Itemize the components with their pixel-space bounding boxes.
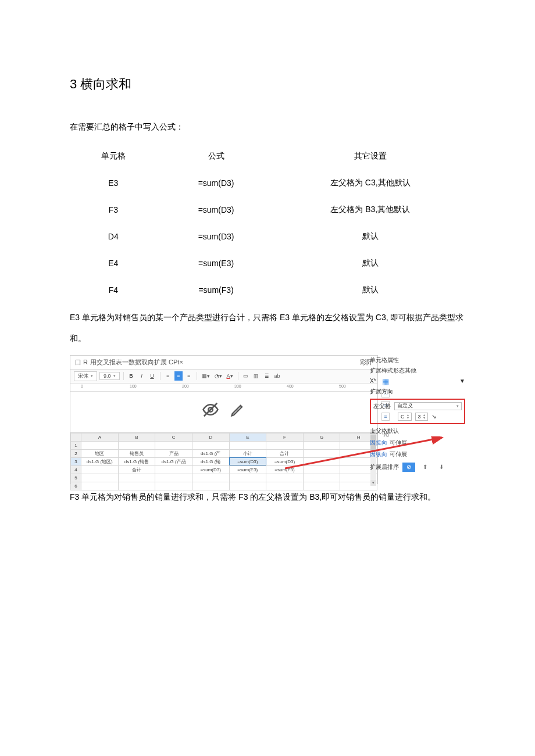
- cell[interactable]: 销售员: [118, 449, 155, 457]
- cell[interactable]: =sum(F3): [266, 465, 304, 474]
- font-color-button[interactable]: A▾: [226, 371, 234, 381]
- cell[interactable]: [266, 482, 304, 490]
- align-left-button[interactable]: ≡: [164, 371, 172, 381]
- cell[interactable]: =sum(D3): [192, 465, 229, 474]
- col-header[interactable]: C: [155, 433, 192, 441]
- border-button[interactable]: ▦▾: [201, 371, 211, 381]
- col-header[interactable]: G: [303, 433, 340, 441]
- cell[interactable]: ds1.G (产: [192, 449, 229, 457]
- target-icon[interactable]: ↘: [431, 413, 436, 420]
- col-header[interactable]: D: [192, 433, 229, 441]
- cell[interactable]: 合计: [118, 465, 155, 474]
- cell[interactable]: [118, 482, 155, 490]
- grid[interactable]: A B C D E F G H 1: [70, 432, 377, 490]
- merge-button[interactable]: ▭: [242, 371, 250, 381]
- left-parent-col-input[interactable]: C ▴▾: [398, 413, 412, 421]
- cell-selected[interactable]: =sum(D3): [229, 457, 266, 465]
- cell[interactable]: [155, 474, 192, 482]
- cell[interactable]: [155, 465, 192, 474]
- cell[interactable]: [266, 474, 304, 482]
- chevron-down-icon: ▾: [91, 374, 93, 378]
- cell[interactable]: [229, 482, 266, 490]
- cell[interactable]: [192, 474, 229, 482]
- scroll-down-icon[interactable]: ▾: [370, 480, 376, 486]
- extend-horizontal-link[interactable]: 因接向: [370, 439, 387, 447]
- italic-button[interactable]: I: [138, 371, 146, 381]
- cell[interactable]: ds1.G (销: [192, 457, 229, 465]
- cell[interactable]: ds1.G (地区): [81, 457, 119, 465]
- section-heading: 3 横向求和: [70, 76, 465, 93]
- cell[interactable]: 地区: [81, 449, 119, 457]
- underline-button[interactable]: U: [148, 371, 156, 381]
- left-parent-mode-value: 自定义: [397, 402, 413, 410]
- grid-row: 4 合计 =sum(D3) =sum(E3) =sum(F3): [71, 465, 377, 474]
- cell[interactable]: [118, 441, 155, 449]
- font-name-value: 宋体: [78, 372, 88, 380]
- cell[interactable]: [81, 474, 119, 482]
- bold-button[interactable]: B: [127, 371, 135, 381]
- paragraph-middle: E3 单元格为对销售员的某一个产品类型进行合计，只需将 E3 单元格的左父格设置…: [70, 307, 465, 349]
- sort-desc-button[interactable]: ⬇: [435, 463, 448, 472]
- wrap-button[interactable]: ≣: [263, 371, 271, 381]
- cell[interactable]: [229, 441, 266, 449]
- cell[interactable]: [303, 474, 340, 482]
- col-header[interactable]: B: [118, 433, 155, 441]
- formula: =sum(E3): [157, 250, 276, 277]
- cell[interactable]: [155, 482, 192, 490]
- cell[interactable]: ds1.G (销售: [118, 457, 155, 465]
- left-parent-label: 左父格: [373, 402, 391, 410]
- cell[interactable]: =sum(D3): [266, 457, 304, 465]
- row-header[interactable]: 2: [71, 449, 81, 457]
- left-parent-row-input[interactable]: 3 ▴▾: [415, 413, 428, 421]
- row-header[interactable]: 5: [71, 474, 81, 482]
- cell[interactable]: 产品: [155, 449, 192, 457]
- extend-vertical-link[interactable]: 因纵向: [370, 450, 387, 458]
- left-parent-mode-select[interactable]: 自定义 ▾: [394, 402, 462, 410]
- cell[interactable]: [303, 449, 340, 457]
- cell[interactable]: [192, 441, 229, 449]
- spinner-icon[interactable]: ▴▾: [423, 414, 425, 420]
- cell[interactable]: [266, 441, 304, 449]
- sort-none-button[interactable]: ⊘: [402, 463, 415, 472]
- col-header[interactable]: F: [266, 433, 304, 441]
- formula: =sum(D3): [157, 223, 276, 250]
- cell[interactable]: [81, 441, 119, 449]
- col-header[interactable]: A: [81, 433, 119, 441]
- cell[interactable]: [229, 474, 266, 482]
- ab-button[interactable]: ab: [273, 371, 281, 381]
- row-header[interactable]: 3: [71, 457, 81, 465]
- cell[interactable]: 合计: [266, 449, 304, 457]
- cell[interactable]: [192, 482, 229, 490]
- cell[interactable]: [118, 474, 155, 482]
- cell[interactable]: [155, 441, 192, 449]
- panel-tabs[interactable]: 扩展样式形态其他: [370, 366, 465, 376]
- fill-color-button[interactable]: ◔▾: [213, 371, 223, 381]
- cell[interactable]: [81, 465, 119, 474]
- pencil-icon: [230, 402, 246, 422]
- col-header[interactable]: E: [229, 433, 266, 441]
- cell[interactable]: [303, 441, 340, 449]
- align-right-button[interactable]: ≡: [185, 371, 193, 381]
- align-center-button[interactable]: ≡: [174, 371, 183, 381]
- cell[interactable]: [81, 482, 119, 490]
- row-header[interactable]: 1: [71, 441, 81, 449]
- font-size-select[interactable]: 9.0 ▾: [99, 372, 120, 380]
- cell[interactable]: [303, 482, 340, 490]
- spinner-icon[interactable]: ▴▾: [407, 414, 409, 420]
- cell[interactable]: 小计: [229, 449, 266, 457]
- corner-cell[interactable]: [71, 433, 81, 441]
- row-header[interactable]: 6: [71, 482, 81, 490]
- row-header[interactable]: 4: [71, 465, 81, 474]
- ruler-tick: 300: [234, 384, 241, 388]
- chevron-down-icon: ▾: [456, 404, 459, 409]
- cell[interactable]: [303, 457, 340, 465]
- cell[interactable]: ds1.G (产品: [155, 457, 192, 465]
- font-name-select[interactable]: 宋体 ▾: [74, 371, 97, 381]
- cell[interactable]: [303, 465, 340, 474]
- unmerge-button[interactable]: ▥: [252, 371, 261, 381]
- cell[interactable]: =sum(E3): [229, 465, 266, 474]
- table-row: F3 =sum(D3) 左父格为 B3,其他默认: [70, 196, 465, 223]
- left-parent-row-value: 3: [418, 414, 421, 420]
- sort-asc-button[interactable]: ⬆: [419, 463, 431, 472]
- dropdown-icon[interactable]: ▼: [459, 378, 465, 384]
